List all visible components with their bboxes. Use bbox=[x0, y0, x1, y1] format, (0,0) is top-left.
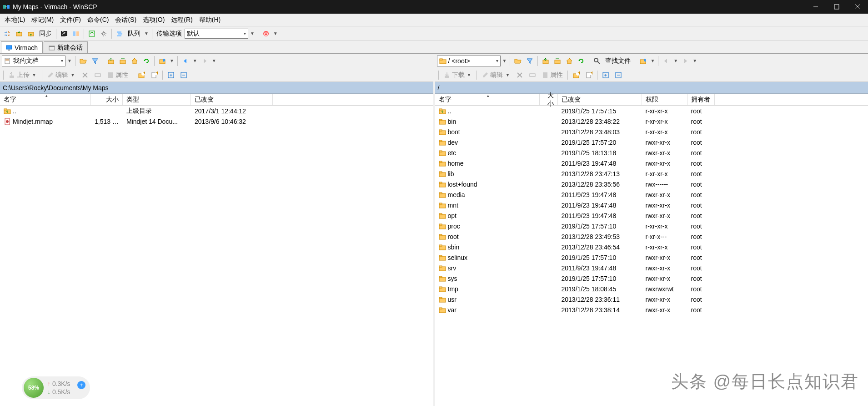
file-row[interactable]: opt2011/9/23 19:47:48rwxr-xr-xroot bbox=[435, 210, 868, 221]
file-row[interactable]: etc2019/1/25 18:13:18rwxr-xr-xroot bbox=[435, 147, 868, 158]
minus-icon[interactable] bbox=[178, 70, 190, 81]
filter-icon[interactable] bbox=[524, 56, 535, 66]
menu-item[interactable]: 标记(M) bbox=[29, 15, 56, 25]
file-row[interactable]: ..2019/1/25 17:57:15r-xr-xr-xroot bbox=[435, 106, 868, 116]
file-row[interactable]: tmp2019/1/25 18:08:45rwxrwxrwtroot bbox=[435, 284, 868, 294]
sync-local-icon[interactable] bbox=[25, 28, 36, 39]
file-row[interactable]: ..上级目录2017/3/1 12:44:12 bbox=[0, 106, 433, 116]
rename-icon[interactable] bbox=[527, 70, 538, 81]
file-row[interactable]: sbin2013/12/28 23:46:54r-xr-xr-xroot bbox=[435, 242, 868, 252]
root-dir-icon[interactable] bbox=[552, 56, 563, 66]
file-row[interactable]: home2011/9/23 19:47:48rwxr-xr-xroot bbox=[435, 158, 868, 168]
open-folder-icon[interactable] bbox=[78, 56, 89, 66]
tab-virmach[interactable]: Virmach bbox=[1, 41, 43, 53]
file-row[interactable]: dev2019/1/25 17:57:20rwxr-xr-xroot bbox=[435, 137, 868, 147]
col-type[interactable]: 类型 bbox=[123, 94, 191, 105]
new-folder-icon[interactable]: ✦ bbox=[135, 70, 147, 81]
maximize-button[interactable] bbox=[826, 0, 847, 14]
file-row[interactable]: bin2013/12/28 23:48:22r-xr-xr-xroot bbox=[435, 116, 868, 127]
drive-history-dropdown[interactable]: ▼ bbox=[502, 58, 508, 63]
rename-icon[interactable] bbox=[92, 70, 104, 81]
col-name[interactable]: 名字▴ bbox=[0, 94, 91, 105]
session-dropdown[interactable]: ▼ bbox=[272, 31, 279, 36]
refresh-icon[interactable] bbox=[141, 56, 152, 66]
file-row[interactable]: media2011/9/23 19:47:48rwxr-xr-xroot bbox=[435, 189, 868, 200]
back-icon[interactable] bbox=[661, 56, 672, 66]
sync-remote-icon[interactable] bbox=[14, 28, 25, 39]
properties-button[interactable]: 属性 bbox=[539, 70, 565, 81]
remote-path[interactable]: / bbox=[435, 82, 868, 94]
tab-new-session[interactable]: 新建会话 bbox=[44, 41, 88, 53]
forward-icon[interactable] bbox=[199, 56, 210, 66]
file-row[interactable]: boot2013/12/28 23:48:03r-xr-xr-xroot bbox=[435, 127, 868, 137]
parent-dir-icon[interactable] bbox=[540, 56, 551, 66]
transfer-preset-combo[interactable]: 默认 bbox=[185, 29, 248, 39]
delete-icon[interactable] bbox=[79, 70, 91, 81]
drive-history-dropdown[interactable]: ▼ bbox=[66, 58, 73, 63]
transfer-dropdown[interactable]: ▼ bbox=[249, 31, 256, 36]
local-path[interactable]: C:\Users\Rocky\Documents\My Maps bbox=[0, 82, 433, 94]
local-file-list[interactable]: ..上级目录2017/3/1 12:44:12Mindjet.mmap1,513… bbox=[0, 106, 433, 406]
menu-item[interactable]: 帮助(H) bbox=[196, 15, 223, 25]
new-file-icon[interactable]: ✦ bbox=[583, 70, 595, 81]
col-owner[interactable]: 拥有者 bbox=[687, 94, 715, 105]
menu-item[interactable]: 选项(O) bbox=[140, 15, 167, 25]
new-folder-icon[interactable]: ✦ bbox=[570, 70, 582, 81]
download-button[interactable]: 下载▼ bbox=[441, 70, 475, 81]
forward-icon[interactable] bbox=[680, 56, 691, 66]
upload-button[interactable]: 上传▼ bbox=[6, 70, 40, 81]
home-icon[interactable] bbox=[129, 56, 140, 66]
menu-item[interactable]: 文件(F) bbox=[57, 15, 84, 25]
remote-file-list[interactable]: ..2019/1/25 17:57:15r-xr-xr-xrootbin2013… bbox=[435, 106, 868, 406]
file-row[interactable]: usr2013/12/28 23:36:11rwxr-xr-xroot bbox=[435, 294, 868, 304]
back-icon[interactable] bbox=[180, 56, 191, 66]
filter-icon[interactable] bbox=[90, 56, 100, 66]
refresh-icon[interactable] bbox=[576, 56, 587, 66]
compare-icon[interactable] bbox=[70, 28, 81, 39]
file-row[interactable]: Mindjet.mmap1,513 KBMindjet 14 Docu...20… bbox=[0, 116, 433, 127]
file-row[interactable]: lib2013/12/28 23:47:13r-xr-xr-xroot bbox=[435, 168, 868, 179]
properties-button[interactable]: 属性 bbox=[105, 70, 130, 81]
parent-dir-icon[interactable] bbox=[105, 56, 116, 66]
new-file-icon[interactable]: ✦ bbox=[148, 70, 160, 81]
queue-dropdown[interactable]: ▼ bbox=[143, 31, 150, 36]
menu-item[interactable]: 远程(R) bbox=[168, 15, 195, 25]
file-row[interactable]: selinux2019/1/25 17:57:10rwxr-xr-xroot bbox=[435, 252, 868, 263]
disconnect-icon[interactable] bbox=[261, 28, 271, 39]
file-row[interactable]: var2013/12/28 23:38:14rwxr-xr-xroot bbox=[435, 304, 868, 315]
edit-button[interactable]: 编辑▼ bbox=[479, 70, 513, 81]
settings-icon[interactable] bbox=[98, 28, 109, 39]
minus-icon[interactable] bbox=[612, 70, 624, 81]
bookmark-icon[interactable] bbox=[157, 56, 168, 66]
file-row[interactable]: mnt2011/9/23 19:47:48rwxr-xr-xroot bbox=[435, 200, 868, 210]
edit-button[interactable]: 编辑▼ bbox=[45, 70, 78, 81]
col-perm[interactable]: 权限 bbox=[642, 94, 687, 105]
menu-item[interactable]: 会话(S) bbox=[112, 15, 139, 25]
col-size[interactable]: 大小 bbox=[91, 94, 123, 105]
home-icon[interactable] bbox=[564, 56, 575, 66]
col-changed[interactable]: 已改变 bbox=[191, 94, 273, 105]
minimize-button[interactable] bbox=[805, 0, 826, 14]
find-files-label[interactable]: 查找文件 bbox=[603, 57, 632, 65]
sync-browse-icon[interactable] bbox=[86, 28, 97, 39]
file-row[interactable]: srv2011/9/23 19:47:48rwxr-xr-xroot bbox=[435, 263, 868, 273]
file-row[interactable]: root2013/12/28 23:49:53r-xr-x---root bbox=[435, 231, 868, 242]
menu-item[interactable]: 命令(C) bbox=[85, 15, 111, 25]
col-name[interactable]: 名字▴ bbox=[435, 94, 540, 105]
menu-item[interactable]: 本地(L) bbox=[2, 15, 28, 25]
terminal-icon[interactable]: >_ bbox=[59, 28, 70, 39]
find-files-icon[interactable] bbox=[592, 56, 602, 66]
bookmark-icon[interactable] bbox=[637, 56, 648, 66]
close-button[interactable] bbox=[847, 0, 868, 14]
root-dir-icon[interactable] bbox=[117, 56, 128, 66]
plus-icon[interactable] bbox=[165, 70, 177, 81]
sync-both-icon[interactable] bbox=[2, 28, 13, 39]
col-changed[interactable]: 已改变 bbox=[558, 94, 642, 105]
file-row[interactable]: proc2019/1/25 17:57:10r-xr-xr-xroot bbox=[435, 221, 868, 231]
local-drive-combo[interactable]: 我的文档 bbox=[2, 56, 65, 66]
queue-icon[interactable] bbox=[114, 28, 125, 39]
col-size[interactable]: 大小 bbox=[540, 94, 558, 105]
open-folder-icon[interactable] bbox=[512, 56, 523, 66]
remote-drive-combo[interactable]: / <root> bbox=[437, 56, 501, 66]
file-row[interactable]: sys2019/1/25 17:57:10rwxr-xr-xroot bbox=[435, 273, 868, 284]
